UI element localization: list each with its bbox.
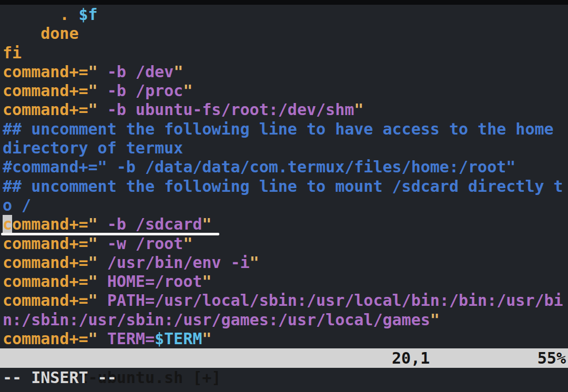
code-line[interactable]: command+=" -b /proc" <box>3 81 568 100</box>
code-line[interactable]: done <box>3 24 568 43</box>
code-line[interactable]: command+=" -w /root" <box>3 234 568 253</box>
code-line[interactable]: fi <box>3 44 568 63</box>
code-segment <box>3 24 40 43</box>
code-segment: /usr/bin/env -i <box>98 253 250 272</box>
code-line[interactable]: ## uncomment the following line to mount… <box>3 177 568 196</box>
code-segment: command+= <box>3 291 88 310</box>
code-segment: " <box>202 215 211 233</box>
vim-statusline: start-ubuntu.sh [+] 20,1 55% <box>0 348 568 368</box>
code-segment: #command+=" -b /data/data/com.termux/fil… <box>3 158 515 176</box>
code-segment: TERM= <box>98 329 155 348</box>
code-segment: -b /dev <box>98 63 174 81</box>
code-line[interactable]: command+=" PATH=/usr/local/sbin:/usr/loc… <box>3 291 568 310</box>
code-segment: command+= <box>3 100 88 119</box>
code-segment: -w /root <box>98 234 184 253</box>
top-strip <box>0 0 568 5</box>
code-line[interactable]: command+=" -b /sdcard" <box>3 215 568 234</box>
code-line[interactable]: o / <box>3 196 568 215</box>
code-segment: fi <box>3 44 22 62</box>
code-segment: ommand+= <box>12 215 88 233</box>
vim-buffer[interactable]: . $f doneficommand+=" -b /dev"command+="… <box>0 5 568 348</box>
code-segment: " <box>202 272 211 291</box>
code-segment: " <box>430 311 440 329</box>
code-segment: . <box>59 5 69 24</box>
cursor: c <box>3 215 12 233</box>
code-segment: o / <box>3 196 31 214</box>
code-segment: " <box>250 253 259 272</box>
code-segment: $f <box>79 5 98 24</box>
statusline-percent: 55% <box>537 348 566 368</box>
code-segment: ## uncomment the following line to have … <box>3 120 554 138</box>
code-segment: " <box>88 291 98 310</box>
code-segment: " <box>88 234 98 253</box>
vim-mode-indicator: -- INSERT -- <box>0 368 568 387</box>
code-line[interactable]: command+=" -b /dev" <box>3 63 568 81</box>
code-segment: command+= <box>3 329 88 348</box>
code-segment: -b /proc <box>98 81 184 100</box>
code-segment: command+= <box>3 81 88 100</box>
code-segment: -b ubuntu-fs/root:/dev/shm <box>98 100 354 119</box>
code-segment: command+= <box>3 253 88 272</box>
code-segment: " <box>88 215 98 233</box>
code-segment: " <box>354 100 363 119</box>
code-segment: done <box>40 24 78 43</box>
terminal-screen: . $f doneficommand+=" -b /dev"command+="… <box>0 0 568 392</box>
code-segment: n:/sbin:/usr/sbin:/usr/games:/usr/local/… <box>3 311 430 329</box>
code-segment: " <box>88 81 98 100</box>
code-segment: command+= <box>3 234 88 253</box>
statusline-ruler: 20,1 <box>392 348 430 368</box>
code-line[interactable]: command+=" HOME=/root" <box>3 272 568 291</box>
code-line[interactable]: command+=" TERM=$TERM" <box>3 329 568 348</box>
code-line[interactable]: command+=" -b ubuntu-fs/root:/dev/shm" <box>3 100 568 119</box>
code-segment: " <box>174 63 183 81</box>
code-segment: " <box>202 329 211 348</box>
code-segment: " <box>88 329 98 348</box>
code-line[interactable]: command+=" /usr/bin/env -i" <box>3 253 568 272</box>
code-line[interactable]: n:/sbin:/usr/sbin:/usr/games:/usr/local/… <box>3 311 568 329</box>
code-segment: -b /sdcard <box>98 215 202 233</box>
code-segment: " <box>88 272 98 291</box>
code-segment: ## uncomment the following line to mount… <box>3 177 563 195</box>
code-segment: command+= <box>3 63 88 81</box>
code-segment: $TERM <box>155 329 202 348</box>
code-segment: HOME=/root <box>98 272 202 291</box>
code-line[interactable]: directory of termux <box>3 139 568 158</box>
code-segment <box>69 5 78 24</box>
code-segment: " <box>88 63 98 81</box>
code-segment: " <box>183 234 192 253</box>
code-segment: " <box>183 81 192 100</box>
code-line[interactable]: #command+=" -b /data/data/com.termux/fil… <box>3 158 568 177</box>
code-line[interactable]: . $f <box>3 5 568 24</box>
code-segment: directory of termux <box>3 139 183 157</box>
code-segment: " <box>88 253 98 272</box>
code-segment: " <box>88 100 98 119</box>
code-segment <box>3 5 59 24</box>
code-line[interactable]: ## uncomment the following line to have … <box>3 120 568 139</box>
code-segment: PATH=/usr/local/sbin:/usr/local/bin:/bin… <box>98 291 563 310</box>
code-segment: command+= <box>3 272 88 291</box>
